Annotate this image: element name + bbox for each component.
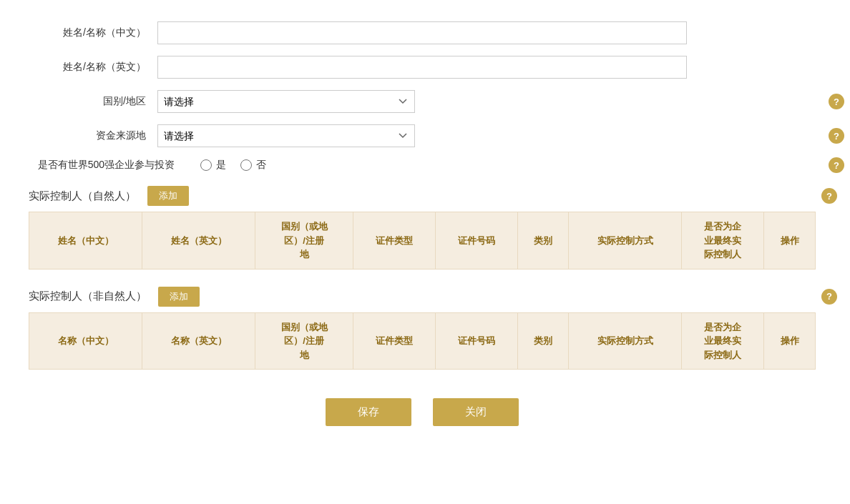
fortune500-help-icon[interactable]: ? — [829, 157, 844, 173]
country-help-icon[interactable]: ? — [829, 94, 844, 109]
nnp-col-is-final-controller: 是否为企业最终实际控制人 — [682, 312, 764, 370]
np-col-cert-no: 证件号码 — [435, 212, 517, 270]
nnp-col-category: 类别 — [517, 312, 569, 370]
name-cn-input[interactable] — [157, 21, 687, 44]
natural-person-table: 姓名（中文） 姓名（英文） 国别（或地区）/注册地 证件类型 证件号码 类别 实… — [29, 212, 816, 270]
nnp-col-country: 国别（或地区）/注册地 — [255, 312, 353, 370]
np-col-category: 类别 — [517, 212, 569, 270]
np-col-cert-type: 证件类型 — [353, 212, 435, 270]
fund-source-select[interactable]: 请选择 — [157, 124, 415, 147]
np-col-operation: 操作 — [764, 212, 816, 270]
natural-person-title: 实际控制人（自然人） — [29, 189, 136, 203]
bottom-actions: 保存 关闭 — [29, 398, 816, 426]
name-en-input[interactable] — [157, 56, 687, 79]
fortune500-yes-option[interactable]: 是 — [200, 159, 226, 172]
fortune500-no-radio[interactable] — [240, 159, 252, 171]
country-select[interactable]: 请选择 — [157, 90, 415, 113]
fortune500-yes-radio[interactable] — [200, 159, 212, 171]
fortune500-no-option[interactable]: 否 — [240, 159, 266, 172]
non-natural-person-help-icon[interactable]: ? — [821, 289, 837, 305]
nnp-col-cert-no: 证件号码 — [435, 312, 517, 370]
np-col-name-en: 姓名（英文） — [142, 212, 255, 270]
np-col-country: 国别（或地区）/注册地 — [255, 212, 353, 270]
np-col-control-method: 实际控制方式 — [569, 212, 682, 270]
country-label: 国别/地区 — [29, 95, 157, 108]
save-button[interactable]: 保存 — [326, 398, 411, 426]
non-natural-person-title: 实际控制人（非自然人） — [29, 290, 147, 303]
natural-person-help-icon[interactable]: ? — [821, 188, 837, 204]
nnp-col-name-cn: 名称（中文） — [29, 312, 142, 370]
fund-source-help-icon[interactable]: ? — [829, 128, 844, 144]
np-col-name-cn: 姓名（中文） — [29, 212, 142, 270]
nnp-col-name-en: 名称（英文） — [142, 312, 255, 370]
fund-source-label: 资金来源地 — [29, 129, 157, 142]
nnp-col-control-method: 实际控制方式 — [569, 312, 682, 370]
name-cn-label: 姓名/名称（中文） — [29, 26, 157, 39]
fortune500-label: 是否有世界500强企业参与投资 — [29, 159, 186, 172]
nnp-col-cert-type: 证件类型 — [353, 312, 435, 370]
close-button[interactable]: 关闭 — [433, 398, 519, 426]
non-natural-person-table: 名称（中文） 名称（英文） 国别（或地区）/注册地 证件类型 证件号码 类别 实… — [29, 312, 816, 370]
name-en-label: 姓名/名称（英文） — [29, 61, 157, 74]
non-natural-person-add-button[interactable]: 添加 — [158, 287, 200, 307]
natural-person-add-button[interactable]: 添加 — [147, 186, 189, 206]
nnp-col-operation: 操作 — [764, 312, 816, 370]
np-col-is-final-controller: 是否为企业最终实际控制人 — [682, 212, 764, 270]
